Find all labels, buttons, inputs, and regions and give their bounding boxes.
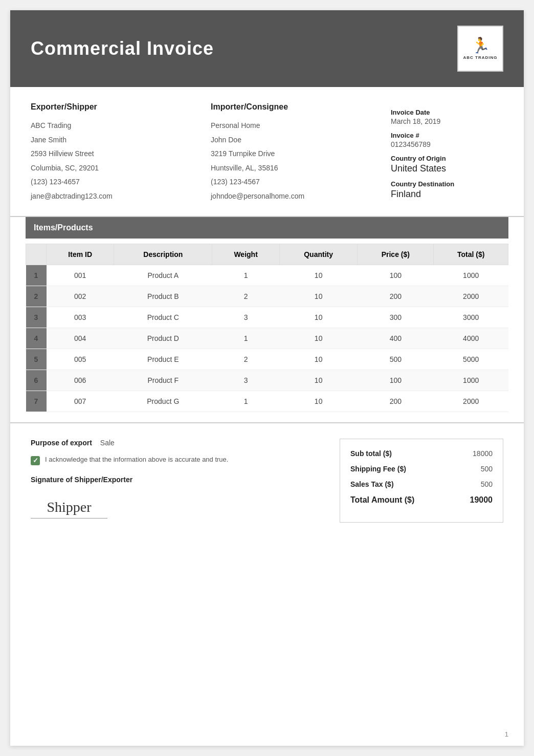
purpose-row: Purpose of export Sale	[31, 439, 319, 447]
row-quantity: 10	[280, 391, 358, 412]
row-quantity: 10	[280, 370, 358, 391]
row-quantity: 10	[280, 328, 358, 349]
row-description: Product B	[114, 286, 212, 307]
row-number: 5	[26, 349, 47, 370]
table-row: 5 005 Product E 2 10 500 5000	[26, 349, 508, 370]
signature-label: Signature of Shipper/Exporter	[31, 476, 319, 484]
purpose-value: Sale	[100, 439, 115, 447]
importer-column: Importer/Consignee Personal Home John Do…	[211, 102, 381, 206]
total-row: Total Amount ($) 19000	[350, 495, 493, 505]
row-quantity: 10	[280, 265, 358, 286]
importer-name: John Doe	[211, 135, 381, 145]
row-total: 5000	[434, 349, 508, 370]
row-weight: 1	[212, 328, 280, 349]
tax-row: Sales Tax ($) 500	[350, 480, 493, 488]
purpose-label: Purpose of export	[31, 439, 92, 447]
col-header-total: Total ($)	[434, 244, 508, 265]
subtotal-row: Sub total ($) 18000	[350, 449, 493, 458]
row-item-id: 005	[47, 349, 114, 370]
items-section-heading: Items/Products	[26, 217, 508, 239]
info-section: Exporter/Shipper ABC Trading Jane Smith …	[10, 87, 524, 217]
invoice-page: Commercial Invoice 🏃 ABC TRADING Exporte…	[10, 10, 524, 746]
row-weight: 2	[212, 349, 280, 370]
country-origin-label: Country of Origin	[391, 155, 503, 162]
row-total: 1000	[434, 265, 508, 286]
logo-icon: 🏃	[471, 38, 490, 53]
acknowledge-row: I acknowledge that the information above…	[31, 455, 319, 465]
company-logo: 🏃 ABC TRADING	[457, 26, 503, 72]
items-table: Item ID Description Weight Quantity Pric…	[26, 244, 508, 412]
row-description: Product A	[114, 265, 212, 286]
row-item-id: 007	[47, 391, 114, 412]
subtotal-label: Sub total ($)	[350, 449, 392, 458]
row-quantity: 10	[280, 349, 358, 370]
total-value: 19000	[470, 495, 493, 505]
row-total: 1000	[434, 370, 508, 391]
col-header-quantity: Quantity	[280, 244, 358, 265]
row-weight: 1	[212, 265, 280, 286]
importer-company: Personal Home	[211, 121, 381, 131]
exporter-column: Exporter/Shipper ABC Trading Jane Smith …	[31, 102, 201, 206]
shipping-row: Shipping Fee ($) 500	[350, 465, 493, 473]
shipping-label: Shipping Fee ($)	[350, 465, 406, 473]
invoice-date-label: Invoice Date	[391, 109, 503, 116]
row-weight: 3	[212, 307, 280, 328]
importer-address-line1: 3219 Turnpike Drive	[211, 149, 381, 159]
col-header-weight: Weight	[212, 244, 280, 265]
exporter-email: jane@abctrading123.com	[31, 191, 201, 202]
row-number: 2	[26, 286, 47, 307]
row-price: 100	[358, 265, 434, 286]
invoice-number-label: Invoice #	[391, 132, 503, 139]
row-number: 7	[26, 391, 47, 412]
row-number: 3	[26, 307, 47, 328]
invoice-number-value: 0123456789	[391, 140, 503, 148]
items-section: Items/Products Item ID Description Weigh…	[10, 217, 524, 412]
row-description: Product E	[114, 349, 212, 370]
table-row: 6 006 Product F 3 10 100 1000	[26, 370, 508, 391]
logo-text: ABC TRADING	[463, 55, 498, 60]
row-weight: 2	[212, 286, 280, 307]
row-number: 1	[26, 265, 47, 286]
total-label: Total Amount ($)	[350, 495, 414, 505]
importer-address-line2: Huntsville, AL, 35816	[211, 163, 381, 174]
country-destination-value: Finland	[391, 189, 503, 200]
exporter-company: ABC Trading	[31, 121, 201, 131]
col-header-num	[26, 244, 47, 265]
footer-section: Purpose of export Sale I acknowledge tha…	[10, 422, 524, 538]
footer-left: Purpose of export Sale I acknowledge tha…	[31, 439, 319, 523]
table-row: 1 001 Product A 1 10 100 1000	[26, 265, 508, 286]
table-row: 4 004 Product D 1 10 400 4000	[26, 328, 508, 349]
table-row: 7 007 Product G 1 10 200 2000	[26, 391, 508, 412]
table-row: 2 002 Product B 2 10 200 2000	[26, 286, 508, 307]
row-total: 3000	[434, 307, 508, 328]
row-weight: 3	[212, 370, 280, 391]
invoice-header: Commercial Invoice 🏃 ABC TRADING	[10, 10, 524, 87]
importer-heading: Importer/Consignee	[211, 102, 381, 112]
row-description: Product D	[114, 328, 212, 349]
row-price: 500	[358, 349, 434, 370]
signature-image: Shipper	[31, 499, 107, 519]
acknowledge-text: I acknowledge that the information above…	[45, 455, 228, 464]
row-total: 4000	[434, 328, 508, 349]
row-price: 200	[358, 286, 434, 307]
table-row: 3 003 Product C 3 10 300 3000	[26, 307, 508, 328]
importer-phone: (123) 123-4567	[211, 177, 381, 187]
exporter-name: Jane Smith	[31, 135, 201, 145]
page-number: 1	[505, 730, 508, 738]
country-origin-value: United States	[391, 163, 503, 174]
exporter-phone: (123) 123-4657	[31, 177, 201, 187]
exporter-address-line1: 2593 Hillview Street	[31, 149, 201, 159]
row-item-id: 003	[47, 307, 114, 328]
tax-value: 500	[481, 480, 493, 488]
row-price: 100	[358, 370, 434, 391]
row-price: 400	[358, 328, 434, 349]
row-total: 2000	[434, 286, 508, 307]
row-description: Product C	[114, 307, 212, 328]
row-item-id: 006	[47, 370, 114, 391]
row-description: Product G	[114, 391, 212, 412]
exporter-address-line2: Columbia, SC, 29201	[31, 163, 201, 174]
row-number: 6	[26, 370, 47, 391]
tax-label: Sales Tax ($)	[350, 480, 394, 488]
summary-box: Sub total ($) 18000 Shipping Fee ($) 500…	[340, 439, 503, 523]
acknowledge-checkbox[interactable]	[31, 456, 40, 465]
